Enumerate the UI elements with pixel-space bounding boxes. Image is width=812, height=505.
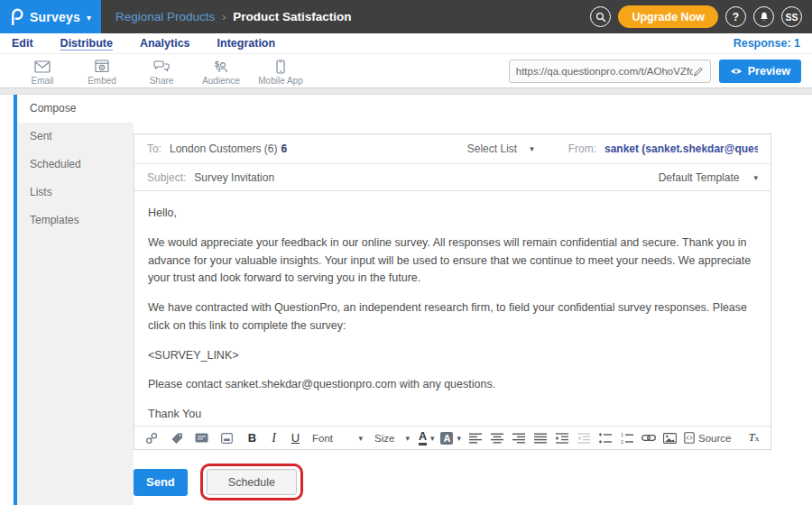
chevron-down-icon: ▾: [753, 173, 758, 182]
breadcrumb-current: Product Satisfaction: [233, 10, 351, 23]
select-list-label: Select List: [467, 142, 517, 155]
breadcrumb-separator: ›: [222, 11, 226, 23]
recipient-count: 6: [281, 142, 287, 155]
signature-icon[interactable]: [194, 429, 209, 447]
outdent-icon[interactable]: [576, 429, 591, 447]
notifications-button[interactable]: [753, 6, 774, 27]
distribute-channel-bar: Email Embed Share $ Audience Mobile App: [0, 54, 812, 87]
chevron-down-icon: ▾: [358, 434, 363, 443]
nav-distribute[interactable]: Distribute: [60, 37, 113, 50]
subject-row: Subject: Survey Invitation Default Templ…: [134, 164, 770, 191]
body-paragraph: Hello,: [148, 205, 757, 223]
template-label: Default Template: [659, 171, 740, 184]
upgrade-now-button[interactable]: Upgrade Now: [618, 5, 718, 28]
email-body-editor[interactable]: Hello, We would appreciate your feedback…: [134, 191, 770, 426]
embed-icon: [72, 58, 132, 75]
email-icon: [13, 58, 72, 75]
channel-mobile-app[interactable]: Mobile App: [251, 58, 310, 86]
sidebar-item-sent[interactable]: Sent: [17, 123, 134, 151]
text-color-button[interactable]: A ▾: [419, 429, 435, 447]
from-label: From:: [568, 142, 596, 155]
channel-audience-label: Audience: [191, 76, 251, 86]
header-actions: Upgrade Now ? SS: [590, 5, 812, 28]
survey-link-group: Preview: [509, 60, 801, 83]
body-paragraph: Thank You: [148, 406, 757, 424]
merge-tag-icon[interactable]: [169, 429, 184, 447]
background-color-button[interactable]: A ▾: [440, 429, 461, 447]
align-center-icon[interactable]: [489, 429, 504, 447]
editor-toolbar: B I U Font ▾ Size ▾ A ▾ A ▾: [134, 426, 770, 449]
chevron-down-icon: ▾: [430, 434, 435, 443]
nav-integration[interactable]: Integration: [217, 37, 276, 50]
audience-icon: $: [191, 58, 251, 75]
compose-main: To: London Customers (6) 6 Select List ▾…: [134, 95, 812, 505]
product-menu-label: Surveys: [30, 10, 80, 24]
source-label: Source: [698, 433, 731, 444]
subject-value[interactable]: Survey Invitation: [194, 171, 274, 184]
align-left-icon[interactable]: [467, 429, 483, 447]
schedule-button[interactable]: Schedule: [207, 469, 297, 495]
button-insert-icon[interactable]: [219, 429, 235, 447]
insert-survey-link-icon[interactable]: [143, 429, 159, 447]
sidebar-item-scheduled[interactable]: Scheduled: [17, 151, 134, 179]
bold-button[interactable]: B: [245, 429, 260, 447]
mobile-app-icon: [251, 58, 310, 75]
indent-icon[interactable]: [554, 429, 569, 447]
search-icon: [595, 12, 606, 23]
channel-email[interactable]: Email: [13, 58, 72, 86]
insert-image-icon[interactable]: [662, 429, 678, 447]
source-button[interactable]: Source: [684, 429, 731, 447]
nav-edit[interactable]: Edit: [12, 37, 33, 50]
bullet-list-icon[interactable]: [597, 429, 613, 447]
body-paragraph: <SURVEY_LINK>: [148, 347, 757, 365]
to-value[interactable]: London Customers (6): [170, 142, 277, 155]
subject-label: Subject:: [147, 171, 186, 184]
send-button[interactable]: Send: [134, 469, 188, 496]
numbered-list-icon[interactable]: 12: [619, 429, 634, 447]
breadcrumb: Regional Products › Product Satisfaction: [115, 10, 352, 23]
channel-embed-label: Embed: [72, 76, 132, 86]
share-icon: [132, 58, 191, 75]
sidebar-item-lists[interactable]: Lists: [17, 179, 134, 207]
channel-audience[interactable]: $ Audience: [191, 58, 251, 86]
bell-icon: [759, 11, 770, 23]
align-justify-icon[interactable]: [532, 429, 548, 447]
font-family-select[interactable]: Font ▾: [309, 429, 365, 447]
underline-button[interactable]: U: [288, 429, 303, 447]
breadcrumb-parent-link[interactable]: Regional Products: [115, 10, 215, 23]
template-dropdown[interactable]: Default Template ▾: [659, 171, 758, 184]
select-list-dropdown[interactable]: Select List ▾: [467, 142, 534, 155]
preview-label: Preview: [748, 65, 790, 78]
body-paragraph: We have contracted with QuestionPro, an …: [148, 299, 757, 335]
search-button[interactable]: [590, 6, 611, 27]
remove-format-button[interactable]: Tx: [746, 429, 761, 447]
eye-icon: [730, 67, 743, 76]
body-paragraph: Please contact sanket.shekdar@questionpr…: [148, 376, 757, 394]
insert-link-icon[interactable]: [641, 429, 656, 447]
channel-share-label: Share: [132, 76, 191, 86]
nav-analytics[interactable]: Analytics: [140, 37, 190, 50]
svg-text:2: 2: [621, 439, 623, 444]
chevron-down-icon: ▾: [530, 144, 534, 153]
survey-url-input[interactable]: [516, 66, 693, 77]
surveys-menu[interactable]: Surveys ▾: [0, 0, 101, 33]
chevron-down-icon: ▾: [87, 13, 91, 23]
size-select-label: Size: [374, 433, 394, 444]
response-count[interactable]: Response: 1: [734, 37, 800, 50]
channel-share[interactable]: Share: [132, 58, 191, 86]
survey-nav: Edit Distribute Analytics Integration Re…: [0, 33, 812, 54]
preview-button[interactable]: Preview: [719, 60, 801, 83]
from-value[interactable]: sanket (sanket.shekdar@ques...: [604, 142, 758, 155]
channel-embed[interactable]: Embed: [72, 58, 132, 86]
italic-button[interactable]: I: [266, 429, 281, 447]
sidebar-item-compose[interactable]: Compose: [17, 95, 134, 123]
help-button[interactable]: ?: [725, 6, 746, 27]
font-size-select[interactable]: Size ▾: [372, 429, 412, 447]
align-right-icon[interactable]: [511, 429, 526, 447]
top-header: Surveys ▾ Regional Products › Product Sa…: [0, 0, 812, 33]
sidebar-item-templates[interactable]: Templates: [17, 207, 134, 234]
avatar[interactable]: SS: [781, 6, 802, 27]
edit-url-icon[interactable]: [693, 66, 704, 77]
chevron-down-icon: ▾: [457, 434, 461, 443]
questionpro-logo-icon: [10, 8, 23, 25]
